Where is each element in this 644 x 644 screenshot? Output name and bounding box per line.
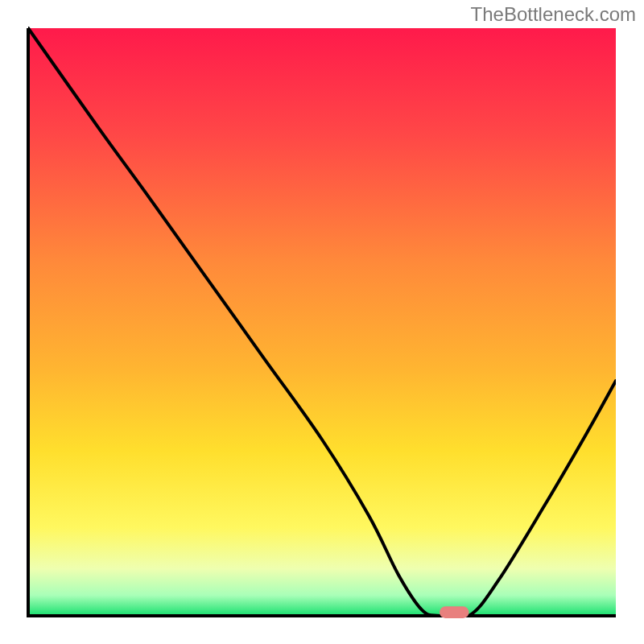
chart-container: TheBottleneck.com (0, 0, 644, 644)
optimal-marker (440, 606, 469, 618)
watermark-text: TheBottleneck.com (471, 3, 636, 26)
bottleneck-chart (0, 0, 644, 644)
plot-background (28, 28, 616, 616)
